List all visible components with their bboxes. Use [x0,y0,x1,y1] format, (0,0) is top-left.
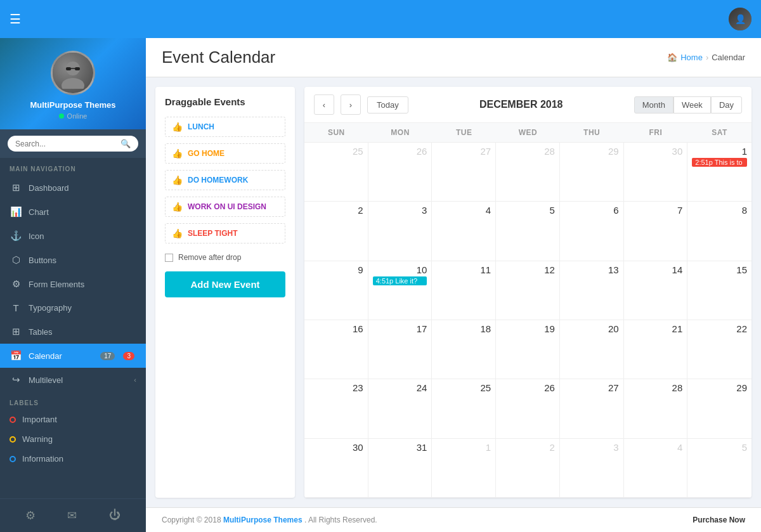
settings-icon[interactable]: ⚙ [22,505,39,526]
label-information[interactable]: Information [0,449,146,469]
search-input[interactable] [15,139,117,148]
footer-brand-link[interactable]: MultiPurpose Themes [223,516,302,524]
cal-cell-jan1[interactable]: 1 [432,439,496,497]
cal-cell-dec1[interactable]: 1 2:51p This is to [687,143,751,201]
purchase-link[interactable]: Purchase Now [693,516,745,524]
event-lunch[interactable]: 👍 LUNCH [165,117,285,137]
label-warning[interactable]: Warning [0,429,146,449]
calendar-week-6: 30 31 1 2 3 4 5 [304,439,751,498]
calendar-grid: SUN MON TUE WED THU FRI SAT 25 26 [304,123,751,498]
cal-cell-nov30[interactable]: 30 [624,143,688,201]
calendar-event[interactable]: 4:51p Like it? [373,276,427,285]
cal-cell-dec22[interactable]: 22 [687,320,751,379]
cal-cell-dec29[interactable]: 29 [687,379,751,438]
events-panel-title: Draggable Events [165,96,285,107]
cal-cell-dec24[interactable]: 24 [368,379,433,438]
cal-cell-dec15[interactable]: 15 [687,261,751,320]
cal-cell-jan4[interactable]: 4 [624,439,688,497]
sidebar-item-buttons[interactable]: ⬡ Buttons [0,248,146,272]
label-text-warning: Warning [22,434,53,444]
event-sleep-tight[interactable]: 👍 SLEEP TIGHT [165,223,285,243]
cal-cell-dec5[interactable]: 5 [496,202,560,260]
cal-cell-dec10[interactable]: 10 4:51p Like it? [368,261,433,320]
cal-cell-dec26[interactable]: 26 [496,379,560,438]
cal-cell-nov25[interactable]: 25 [304,143,368,201]
cal-cell-jan5[interactable]: 5 [687,439,751,497]
cal-cell-dec31[interactable]: 31 [368,439,433,497]
remove-checkbox[interactable] [165,254,173,262]
cal-cell-dec20[interactable]: 20 [560,320,624,379]
date-number: 10 [373,264,427,275]
cal-cell-dec3[interactable]: 3 [368,202,433,260]
event-do-homework[interactable]: 👍 DO HOMEWORK [165,170,285,190]
sidebar-item-form-elements[interactable]: ⚙ Form Elements [0,272,146,296]
cal-cell-jan3[interactable]: 3 [560,439,624,497]
cal-cell-dec30[interactable]: 30 [304,439,368,497]
view-month-button[interactable]: Month [634,96,673,114]
date-number: 29 [564,146,619,157]
cal-cell-nov29[interactable]: 29 [560,143,624,201]
view-week-button[interactable]: Week [673,96,711,114]
cal-cell-dec7[interactable]: 7 [624,202,688,260]
cal-cell-dec18[interactable]: 18 [432,320,496,379]
cal-cell-dec21[interactable]: 21 [624,320,688,379]
cal-cell-dec27[interactable]: 27 [560,379,624,438]
cal-cell-nov26[interactable]: 26 [368,143,433,201]
search-icon[interactable]: 🔍 [120,139,131,148]
power-icon[interactable]: ⏻ [106,505,124,526]
sidebar-item-typography[interactable]: T Typography [0,296,146,320]
main-layout: MultiPurpose Themes Online 🔍 MAIN NAVIGA… [0,38,761,532]
cal-cell-dec8[interactable]: 8 [687,202,751,260]
date-number: 29 [692,382,747,393]
cal-cell-dec14[interactable]: 14 [624,261,688,320]
cal-cell-dec17[interactable]: 17 [368,320,433,379]
cal-cell-nov27[interactable]: 27 [432,143,496,201]
cal-cell-dec6[interactable]: 6 [560,202,624,260]
label-important[interactable]: Important [0,410,146,429]
top-header: ☰ 👤 [0,0,761,38]
next-button[interactable]: › [341,94,361,115]
calendar-week-4: 16 17 18 19 20 21 22 [304,320,751,379]
sidebar-item-multilevel[interactable]: ↪ Multilevel ‹ [0,368,146,392]
date-number: 21 [628,323,683,334]
mail-icon[interactable]: ✉ [64,505,80,526]
date-number: 30 [628,146,683,157]
label-dot-warning [10,436,16,443]
user-avatar[interactable]: 👤 [729,8,751,30]
calendar-event[interactable]: 2:51p This is to [692,158,747,167]
search-area: 🔍 [0,129,146,158]
cal-cell-dec16[interactable]: 16 [304,320,368,379]
today-button[interactable]: Today [367,96,408,114]
prev-button[interactable]: ‹ [314,94,334,115]
sidebar-item-icon[interactable]: ⚓ Icon [0,224,146,248]
sidebar-item-tables[interactable]: ⊞ Tables [0,320,146,344]
cal-cell-dec12[interactable]: 12 [496,261,560,320]
cal-cell-jan2[interactable]: 2 [496,439,560,497]
cal-cell-dec9[interactable]: 9 [304,261,368,320]
cal-cell-dec2[interactable]: 2 [304,202,368,260]
cal-cell-dec4[interactable]: 4 [432,202,496,260]
event-icon-sleep-tight: 👍 [172,228,183,238]
sidebar-item-chart[interactable]: 📊 Chart [0,200,146,224]
date-number: 28 [628,382,683,393]
day-header-sun: SUN [304,123,368,142]
hamburger-icon[interactable]: ☰ [10,11,21,27]
cal-cell-dec28[interactable]: 28 [624,379,688,438]
event-work-on-ui[interactable]: 👍 WORK ON UI DESIGN [165,197,285,217]
cal-cell-dec25[interactable]: 25 [432,379,496,438]
anchor-icon: ⚓ [10,230,22,242]
sidebar-item-calendar[interactable]: 📅 Calendar 17 3 [0,344,146,368]
calendar-content: Draggable Events 👍 LUNCH 👍 GO HOME 👍 DO … [146,77,761,507]
cal-cell-dec19[interactable]: 19 [496,320,560,379]
date-number: 11 [436,264,491,275]
date-number: 9 [309,264,363,275]
cal-cell-dec23[interactable]: 23 [304,379,368,438]
view-day-button[interactable]: Day [711,96,742,114]
cal-cell-nov28[interactable]: 28 [496,143,560,201]
cal-cell-dec13[interactable]: 13 [560,261,624,320]
event-go-home[interactable]: 👍 GO HOME [165,143,285,164]
cal-cell-dec11[interactable]: 11 [432,261,496,320]
add-event-button[interactable]: Add New Event [165,271,285,297]
breadcrumb-home[interactable]: Home [680,53,703,62]
sidebar-item-dashboard[interactable]: ⊞ Dashboard [0,176,146,200]
